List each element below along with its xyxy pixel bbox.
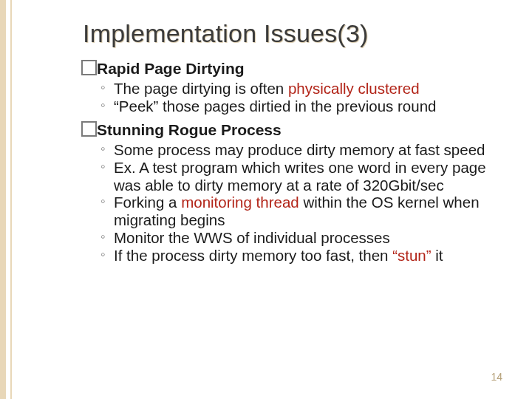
section-1-label: Stunning Rogue Process: [81, 120, 499, 140]
page-number: 14: [491, 371, 502, 383]
section-1-list: Some process may produce dirty memory at…: [38, 141, 499, 264]
list-item: If the process dirty memory too fast, th…: [100, 247, 492, 265]
list-item: “Peek” those pages dirtied in the previo…: [100, 98, 492, 115]
list-item: Forking a monitoring thread within the O…: [100, 194, 492, 229]
accent-line: [10, 0, 12, 399]
list-item: The page dirtying is often physically cl…: [100, 80, 492, 98]
slide-title: Implementation Issues(3): [83, 19, 499, 48]
list-item: Some process may produce dirty memory at…: [100, 141, 492, 159]
accent-fill: [0, 0, 6, 399]
section-0-label: Rapid Page Dirtying: [81, 58, 499, 78]
list-item: Ex. A test program which writes one word…: [100, 159, 492, 194]
section-0-list: The page dirtying is often physically cl…: [38, 80, 499, 115]
checkbox-icon: [81, 121, 97, 137]
section-1-text: Stunning Rogue Process: [97, 121, 282, 138]
accent-strip: [0, 0, 13, 399]
slide-container: Implementation Issues(3) Rapid Page Dirt…: [0, 0, 532, 399]
checkbox-icon: [81, 60, 97, 75]
list-item: Monitor the WWS of individual processes: [100, 229, 492, 247]
section-0-text: Rapid Page Dirtying: [97, 60, 245, 77]
